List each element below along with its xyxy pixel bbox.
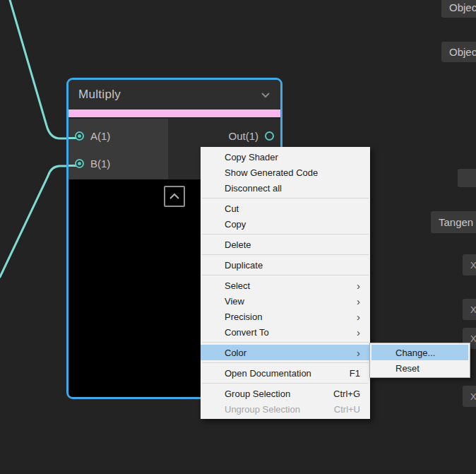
x-field-label: X [470,260,476,271]
x-input-field[interactable]: X [463,254,476,275]
port-b-label: B(1) [90,158,110,170]
menu-item-ungroup-selection[interactable]: Ungroup Selection Ctrl+U [201,401,370,417]
port-b-connector[interactable] [75,159,84,168]
input-port-b: B(1) [75,158,117,170]
menu-separator [202,254,369,255]
shortcut-label: F1 [350,368,360,379]
menu-item-copy[interactable]: Copy [201,216,370,232]
menu-separator [202,362,369,363]
object-space-label: Objec [449,46,476,58]
shortcut-label: Ctrl+U [334,404,360,415]
submenu-arrow-icon: › [357,296,360,307]
cutoff-field[interactable] [458,169,476,187]
context-menu: Copy Shader Show Generated Code Disconne… [201,147,370,419]
submenu-item-reset[interactable]: Reset [371,360,468,376]
tangent-label: Tangen [439,216,473,228]
menu-separator [202,383,369,384]
menu-item-convert-to[interactable]: Convert To › [201,324,370,340]
menu-item-copy-shader[interactable]: Copy Shader [201,149,370,165]
chevron-up-icon [169,193,180,200]
port-a-label: A(1) [90,130,110,142]
input-panel [69,119,168,179]
x-field-label: X [470,333,476,344]
shortcut-label: Ctrl+G [333,389,360,399]
tangent-dropdown[interactable]: Tangen [431,211,476,233]
submenu-arrow-icon: › [357,280,360,291]
node-category-strip [69,109,280,117]
x-field-label: X [470,304,476,315]
menu-item-disconnect-all[interactable]: Disconnect all [201,180,370,196]
menu-item-color[interactable]: Color › [201,345,370,360]
preview-collapse-button[interactable] [164,186,185,207]
menu-separator [202,275,369,275]
object-space-label: Objec [449,1,476,13]
color-submenu: Change... Reset [369,343,470,378]
chevron-down-icon[interactable] [261,92,270,98]
menu-item-view[interactable]: View › [201,293,370,309]
wire-to-port-a[interactable] [10,0,68,138]
port-a-connector[interactable] [75,131,84,141]
submenu-arrow-icon: › [357,348,360,358]
menu-separator [202,234,369,235]
input-port-a: A(1) [75,130,117,142]
output-port-out: Out(1) [222,130,274,142]
menu-item-cut[interactable]: Cut [201,201,370,216]
menu-item-precision[interactable]: Precision › [201,309,370,324]
menu-separator [202,342,369,343]
menu-item-select[interactable]: Select › [201,278,370,293]
menu-item-open-documentation[interactable]: Open Documentation F1 [201,365,370,381]
x-input-field[interactable]: X [463,299,476,320]
object-space-dropdown[interactable]: Objec [441,42,476,62]
port-out-connector[interactable] [265,131,274,141]
x-field-label: X [470,391,476,402]
wire-to-port-b[interactable] [0,166,68,277]
menu-item-show-generated-code[interactable]: Show Generated Code [201,165,370,180]
menu-item-duplicate[interactable]: Duplicate [201,257,370,273]
node-title-bar[interactable]: Multiply [69,80,280,109]
submenu-item-change[interactable]: Change... [371,345,468,360]
menu-item-delete[interactable]: Delete [201,237,370,252]
graph-canvas: Multiply A(1) B(1) Out(1) [0,0,476,474]
object-space-dropdown[interactable]: Objec [441,0,476,18]
menu-separator [202,198,369,199]
port-out-label: Out(1) [228,130,258,142]
menu-item-group-selection[interactable]: Group Selection Ctrl+G [201,386,370,401]
submenu-arrow-icon: › [357,312,360,322]
submenu-arrow-icon: › [357,327,360,338]
node-title: Multiply [78,88,121,102]
x-input-field[interactable]: X [463,386,476,407]
